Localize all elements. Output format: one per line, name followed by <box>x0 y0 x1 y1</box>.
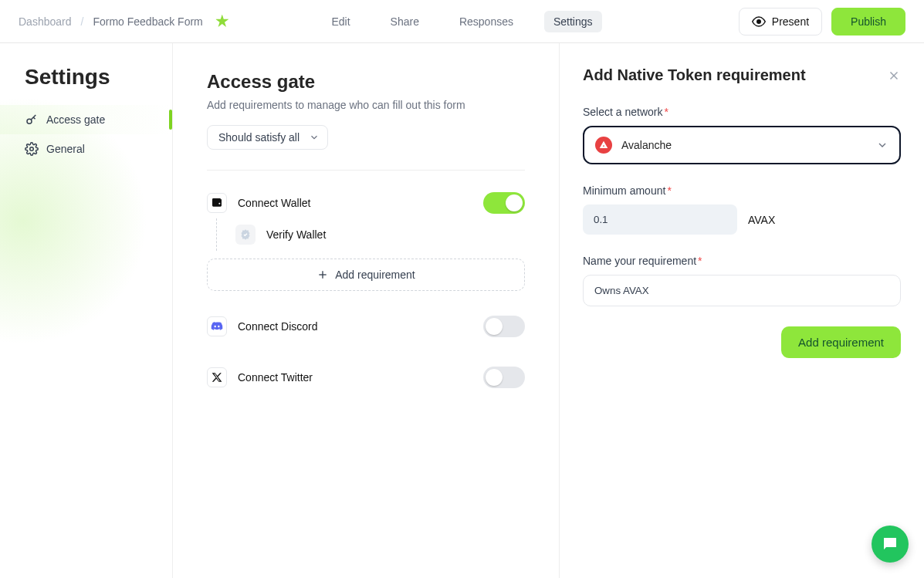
sidebar-item-label: Access gate <box>46 113 105 126</box>
right-panel: Add Native Token requirement Select a ne… <box>560 43 924 578</box>
chat-icon <box>881 535 899 553</box>
present-button[interactable]: Present <box>739 8 822 35</box>
row-connect-wallet: Connect Wallet <box>207 188 525 218</box>
chevron-down-icon <box>876 139 888 151</box>
toggle-discord[interactable] <box>483 316 525 337</box>
main-content: Access gate Add requirements to manage w… <box>173 43 560 578</box>
toggle-wallet[interactable] <box>483 192 525 214</box>
panel-add-requirement-button[interactable]: Add requirement <box>781 326 901 358</box>
row-label: Connect Twitter <box>238 371 472 384</box>
row-label: Connect Wallet <box>238 197 472 209</box>
add-requirement-label: Add requirement <box>335 269 415 281</box>
topbar: Dashboard / Formo Feedback Form Edit Sha… <box>0 0 924 43</box>
ticker-label: AVAX <box>748 214 775 226</box>
eye-icon <box>752 15 766 29</box>
subrow-verify: Verify Wallet <box>216 218 525 251</box>
breadcrumb-current: Formo Feedback Form <box>93 15 202 28</box>
tab-settings[interactable]: Settings <box>544 11 602 32</box>
field-network: Select a network* Avalanche <box>583 106 901 164</box>
publish-button[interactable]: Publish <box>831 8 905 35</box>
sidebar-item-general[interactable]: General <box>0 134 172 164</box>
page-subtitle: Add requirements to manage who can fill … <box>207 99 525 111</box>
x-twitter-icon <box>207 367 227 387</box>
topbar-actions: Present Publish <box>739 8 905 35</box>
avalanche-icon <box>595 137 612 154</box>
breadcrumb-dashboard[interactable]: Dashboard <box>19 15 72 28</box>
chevron-down-icon <box>309 132 320 143</box>
network-select[interactable]: Avalanche <box>583 126 901 164</box>
panel-title: Add Native Token requirement <box>583 66 806 84</box>
tab-share[interactable]: Share <box>381 11 428 32</box>
close-button[interactable] <box>887 69 901 83</box>
sidebar-item-label: General <box>46 143 85 155</box>
close-icon <box>887 69 901 83</box>
field-name: Name your requirement* <box>583 255 901 306</box>
name-label: Name your requirement* <box>583 255 901 267</box>
page-title: Access gate <box>207 71 525 93</box>
form-status-icon <box>215 15 229 29</box>
divider <box>207 170 525 171</box>
satisfy-select-label: Should satisfy all <box>218 131 300 144</box>
toggle-twitter[interactable] <box>483 367 525 388</box>
requirement-name-input[interactable] <box>583 275 901 306</box>
wallet-icon <box>207 193 227 213</box>
svg-point-3 <box>218 203 220 204</box>
row-connect-discord: Connect Discord <box>207 311 525 342</box>
main-tabs: Edit Share Responses Settings <box>322 11 601 32</box>
network-label: Select a network* <box>583 106 901 118</box>
key-icon <box>25 113 39 127</box>
panel-header: Add Native Token requirement <box>583 66 901 84</box>
present-label: Present <box>772 15 809 28</box>
sidebar-title: Settings <box>0 65 172 105</box>
network-value: Avalanche <box>621 139 672 151</box>
panel-footer: Add requirement <box>583 326 901 358</box>
minimum-amount-input[interactable] <box>583 204 737 235</box>
row-label: Verify Wallet <box>266 228 525 241</box>
gear-icon <box>25 142 39 156</box>
row-label: Connect Discord <box>238 320 472 333</box>
add-requirement-button[interactable]: Add requirement <box>207 259 525 291</box>
layout: Settings Access gate General Access gate… <box>0 43 924 578</box>
field-minimum: Minimum amount* AVAX <box>583 184 901 235</box>
satisfy-select[interactable]: Should satisfy all <box>207 125 328 150</box>
row-connect-twitter: Connect Twitter <box>207 362 525 393</box>
tab-edit[interactable]: Edit <box>322 11 359 32</box>
verify-badge-icon <box>235 225 256 245</box>
svg-point-2 <box>30 147 34 151</box>
tab-responses[interactable]: Responses <box>450 11 523 32</box>
svg-point-0 <box>757 19 761 23</box>
plus-icon <box>316 269 329 281</box>
svg-point-1 <box>27 119 32 123</box>
discord-icon <box>207 316 227 336</box>
intercom-launcher[interactable] <box>872 526 909 563</box>
sidebar-item-access-gate[interactable]: Access gate <box>0 105 172 134</box>
breadcrumb-separator: / <box>81 15 84 28</box>
breadcrumb: Dashboard / Formo Feedback Form <box>19 15 229 29</box>
sidebar: Settings Access gate General <box>0 43 173 578</box>
minimum-label: Minimum amount* <box>583 184 901 197</box>
